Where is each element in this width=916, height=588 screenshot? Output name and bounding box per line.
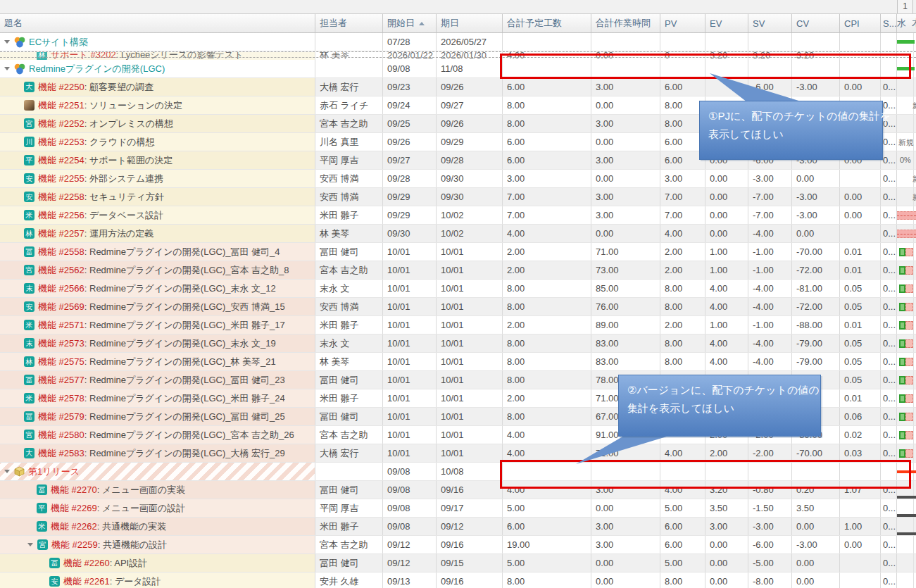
ticket-link[interactable]: 機能 #2262 [51, 520, 97, 533]
cell-assignee: 冨田 健司 [315, 554, 383, 572]
header-sv[interactable]: SV [748, 14, 792, 32]
table-row[interactable]: 安機能 #2255: 外部システム連携安西 博満09/2809/303.000.… [0, 170, 916, 188]
ticket-link[interactable]: 機能 #2580 [38, 429, 84, 442]
cell-s-truncated-value: 0... [883, 228, 896, 239]
table-row[interactable]: 米機能 #2262: 共通機能の実装米田 雛子09/0809/126.003.0… [0, 518, 916, 536]
version-row[interactable]: 第1リリース09/0810/08 [0, 463, 916, 481]
table-row[interactable]: 冨機能 #2558: Redmineプラグインの開発(LGC)_冨田 健司_4冨… [0, 243, 916, 261]
ticket-link[interactable]: 機能 #2558 [38, 246, 84, 258]
ticket-subject: : データ設計 [110, 575, 161, 588]
header-cpi[interactable]: CPI [840, 14, 881, 32]
header-pv[interactable]: PV [660, 14, 705, 32]
cell-assignee-value: 宮本 吉之助 [320, 118, 368, 130]
cell-due-date-value: 10/01 [441, 338, 464, 349]
ticket-link[interactable]: 機能 #2573 [38, 337, 84, 350]
table-row[interactable]: 安機能 #2569: Redmineプラグインの開発(LGC)_安西 博満_15… [0, 298, 916, 316]
gantt-sliver-cell [897, 206, 916, 224]
collapse-toggle-icon[interactable] [27, 543, 33, 546]
cell-assignee: 宮本 吉之助 [315, 536, 383, 553]
table-row[interactable]: 米機能 #2256: データベース設計米田 雛子09/2910/027.003.… [0, 206, 916, 225]
table-row[interactable]: 平機能 #2269: メニュー画面の設計平岡 厚吉09/0809/175.000… [0, 499, 916, 518]
ticket-link[interactable]: 機能 #2562 [38, 264, 84, 277]
cell-start-date-value: 09/30 [387, 228, 410, 239]
ticket-link[interactable]: 機能 #2578 [38, 392, 84, 405]
cell-start-date: 09/08 [383, 518, 437, 535]
table-row[interactable]: 宮機能 #2259: 共通機能の設計宮本 吉之助09/1209/1619.003… [0, 536, 916, 554]
header-due-date[interactable]: 期日 [437, 14, 503, 32]
cell-pv-value: 2.00 [665, 246, 682, 257]
cell-due-date: 09/27 [437, 96, 503, 114]
ticket-link[interactable]: 機能 #2269 [51, 502, 97, 515]
dragged-row-clipped[interactable]: 林サポート #3202: Lycheeシリーズの影響テスト林 美琴2026/01… [0, 51, 916, 60]
ticket-link[interactable]: 機能 #2569 [38, 301, 84, 313]
table-row[interactable]: 宮機能 #2562: Redmineプラグインの開発(LGC)_宮本 吉之助_8… [0, 261, 916, 280]
ticket-link[interactable]: 機能 #2258 [38, 191, 84, 204]
table-row[interactable]: 林サポート #3202: Lycheeシリーズの影響テスト林 美琴2026/01… [0, 51, 916, 60]
project-link[interactable]: ECサイト構築 [29, 36, 88, 49]
cell-start-date-value: 09/28 [387, 173, 410, 184]
cell-due-date: 10/01 [437, 371, 503, 389]
header-start-date[interactable]: 開始日 [383, 14, 437, 32]
ticket-link[interactable]: 機能 #2257 [38, 227, 84, 240]
ticket-link[interactable]: 機能 #2575 [38, 356, 84, 368]
ticket-link[interactable]: 機能 #2252 [38, 118, 84, 130]
ticket-subject: : Redmineプラグインの開発(LGC)_冨田 健司_23 [84, 374, 285, 387]
cell-s-truncated: 0... [881, 280, 897, 297]
ticket-link[interactable]: 機能 #2254 [38, 154, 84, 167]
cell-ev [705, 33, 748, 51]
table-row[interactable]: 林機能 #2257: 運用方法の定義林 美琴09/3010/024.000.00… [0, 225, 916, 243]
cell-s-truncated-value: 0... [883, 155, 896, 165]
ticket-link[interactable]: 機能 #2255 [38, 173, 84, 185]
ticket-subject: : 共通機能の実装 [97, 520, 167, 533]
ticket-link[interactable]: 機能 #2250 [38, 81, 84, 94]
ticket-link[interactable]: 機能 #2270 [51, 484, 97, 496]
table-row[interactable]: 冨機能 #2260: API設計冨田 健司09/1209/155.000.005… [0, 554, 916, 573]
header-ev[interactable]: EV [705, 14, 748, 32]
header-s-truncated[interactable]: S... [881, 14, 897, 32]
ticket-link[interactable]: 機能 #2260 [63, 557, 110, 570]
table-row[interactable]: 末機能 #2566: Redmineプラグインの開発(LGC)_末永 文_12末… [0, 280, 916, 298]
cell-assignee: 米田 雛子 [315, 389, 383, 407]
header-title[interactable]: 題名 [0, 14, 315, 32]
ticket-link[interactable]: 機能 #2251 [38, 99, 84, 112]
ticket-link[interactable]: 機能 #2583 [38, 447, 84, 460]
table-row[interactable]: 大機能 #2250: 顧客要望の調査大橋 宏行09/2309/266.003.0… [0, 78, 916, 96]
table-row[interactable]: 林機能 #2575: Redmineプラグインの開発(LGC)_林 美琴_21林… [0, 353, 916, 371]
table-row[interactable]: 末機能 #2573: Redmineプラグインの開発(LGC)_末永 文_19末… [0, 334, 916, 353]
project-link[interactable]: Redmineプラグインの開発(LGC) [29, 63, 165, 75]
ticket-link[interactable]: 機能 #2253 [38, 136, 84, 149]
table-row[interactable]: 安機能 #2261: データ設計安井 久雄09/1309/168.000.008… [0, 573, 916, 588]
gantt-label-fragment: 新 [912, 192, 916, 203]
indent-spacer [4, 142, 24, 142]
project-row[interactable]: ECサイト構築07/282026/05/27 [0, 33, 916, 51]
table-row[interactable]: 米機能 #2571: Redmineプラグインの開発(LGC)_米田 雛子_17… [0, 316, 916, 334]
header-assignee[interactable]: 担当者 [315, 14, 383, 32]
ticket-link[interactable]: 機能 #2577 [38, 374, 84, 387]
gantt-sliver-cell [897, 280, 916, 297]
ticket-link[interactable]: 機能 #2261 [63, 575, 110, 588]
version-link[interactable]: 第1リリース [28, 465, 80, 478]
ticket-link[interactable]: 機能 #2256 [38, 209, 84, 222]
ticket-link[interactable]: 機能 #2259 [51, 539, 98, 551]
cell-cpi: 0.00 [840, 536, 881, 553]
gantt-day-gridline [913, 444, 914, 462]
header-cv[interactable]: CV [792, 14, 840, 32]
project-row[interactable]: Redmineプラグインの開発(LGC)09/0811/08 [0, 60, 916, 78]
collapse-toggle-icon[interactable] [4, 470, 10, 473]
collapse-toggle-icon[interactable] [4, 67, 10, 70]
ticket-link[interactable]: サポート #3202 [51, 51, 116, 60]
table-row[interactable]: 大機能 #2583: Redmineプラグインの開発(LGC)_大橋 宏行_29… [0, 444, 916, 463]
ticket-link[interactable]: 機能 #2579 [38, 411, 84, 423]
header-total-spent-time[interactable]: 合計作業時間 [591, 14, 660, 32]
ticket-link[interactable]: 機能 #2571 [38, 319, 84, 332]
table-row[interactable]: 安機能 #2258: セキュリティ方針安西 博満09/2909/307.003.… [0, 188, 916, 206]
cell-cv: -70.00 [792, 444, 840, 462]
table-row[interactable]: 冨機能 #2270: メニュー画面の実装冨田 健司09/0809/164.003… [0, 481, 916, 499]
cell-ev-value: 4.00 [710, 356, 727, 367]
header-total-estimated-hours[interactable]: 合計予定工数 [503, 14, 591, 32]
assignee-avatar: 宮 [37, 539, 48, 550]
cell-assignee: 川名 真里 [315, 133, 383, 151]
cell-due-date: 10/01 [437, 243, 503, 261]
ticket-link[interactable]: 機能 #2566 [38, 282, 84, 295]
collapse-toggle-icon[interactable] [4, 40, 10, 44]
